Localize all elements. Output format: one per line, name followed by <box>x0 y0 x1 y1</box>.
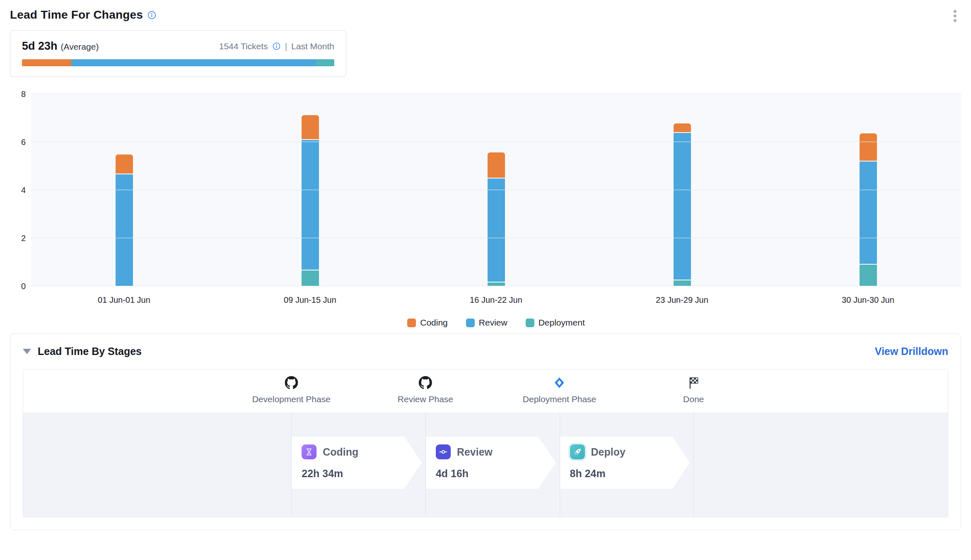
x-tick-label: 09 Jun-15 Jun <box>217 295 403 305</box>
stage-name: Deploy <box>591 446 626 458</box>
stage-duration: 8h 24m <box>570 468 690 480</box>
bar-segment-deployment[interactable] <box>860 265 877 286</box>
y-tick-label: 2 <box>10 233 26 243</box>
lead-time-chart: 02468 01 Jun-01 Jun09 Jun-15 Jun16 Jun-2… <box>10 94 961 324</box>
bar-segment-deployment[interactable] <box>674 280 691 287</box>
column-divider <box>693 413 694 517</box>
bars-layer <box>31 94 961 286</box>
stacked-bar-4[interactable] <box>674 123 691 286</box>
x-tick-label: 01 Jun-01 Jun <box>31 295 217 305</box>
summary-card: 5d 23h (Average) 1544 Tickets | Last Mon… <box>10 30 346 77</box>
bar-segment-coding[interactable] <box>116 154 133 174</box>
bar-segment-review[interactable] <box>674 133 691 280</box>
commit-icon <box>436 444 451 459</box>
hourglass-icon <box>302 444 316 459</box>
bar-segment-coding[interactable] <box>860 133 877 161</box>
widget-header: Lead Time For Changes <box>10 8 961 24</box>
bar-segment-coding[interactable] <box>674 123 691 132</box>
collapse-triangle-icon <box>23 349 31 354</box>
legend-swatch <box>526 319 534 327</box>
gridline-8 <box>31 94 961 94</box>
column-divider <box>425 413 426 517</box>
rocket-icon <box>570 444 585 459</box>
legend-swatch <box>407 319 416 327</box>
stage-card-coding[interactable]: Coding22h 34m <box>292 437 422 489</box>
page-title: Lead Time For Changes <box>10 8 143 22</box>
github-icon <box>285 376 298 389</box>
ratio-segment-coding <box>22 59 71 66</box>
stage-duration: 22h 34m <box>302 468 422 480</box>
stages-title: Lead Time By Stages <box>38 345 142 357</box>
average-label: (Average) <box>61 42 99 52</box>
gridline-0 <box>31 286 961 286</box>
legend-label: Review <box>479 318 507 328</box>
stage-name: Coding <box>323 446 358 458</box>
stage-name: Review <box>457 446 493 458</box>
phase-marker-done: Done <box>683 376 704 404</box>
bar-column <box>589 94 775 286</box>
y-tick-label: 6 <box>10 137 26 147</box>
phase-marker-development-phase: Development Phase <box>252 376 331 404</box>
period-label: Last Month <box>291 41 334 51</box>
bar-segment-review[interactable] <box>488 179 505 282</box>
y-tick-label: 4 <box>10 185 26 195</box>
tickets-count: 1544 Tickets <box>219 41 268 51</box>
separator: | <box>285 41 287 51</box>
lead-time-widget: Lead Time For Changes 5d 23h (Average) 1… <box>0 0 971 560</box>
phase-label: Review Phase <box>398 394 453 404</box>
legend-item-review[interactable]: Review <box>466 318 507 328</box>
bar-segment-coding[interactable] <box>302 115 319 139</box>
gridline-6 <box>31 142 961 142</box>
average-value: 5d 23h <box>22 40 58 53</box>
legend-swatch <box>466 319 475 327</box>
ratio-segment-review <box>71 59 316 66</box>
phase-label: Deployment Phase <box>523 394 596 404</box>
stacked-bar-1[interactable] <box>116 154 133 286</box>
x-axis-labels: 01 Jun-01 Jun09 Jun-15 Jun16 Jun-22 Jun2… <box>31 295 961 305</box>
bar-column <box>217 94 403 286</box>
bar-segment-coding[interactable] <box>488 152 505 178</box>
y-tick-label: 8 <box>10 89 26 99</box>
jira-diamond-icon <box>553 376 566 389</box>
bar-segment-review[interactable] <box>860 162 877 264</box>
stage-table: Development PhaseReview PhaseDeployment … <box>23 369 948 517</box>
stage-card-deploy[interactable]: Deploy8h 24m <box>560 437 690 489</box>
ratio-bar <box>22 59 334 66</box>
bar-segment-review[interactable] <box>116 174 133 286</box>
stacked-bar-5[interactable] <box>860 133 877 286</box>
legend-label: Deployment <box>539 318 585 328</box>
column-divider <box>560 413 560 517</box>
stacked-bar-2[interactable] <box>302 115 319 286</box>
bar-segment-review[interactable] <box>302 140 319 270</box>
gridline-2 <box>31 238 961 238</box>
stages-collapse-toggle[interactable]: Lead Time By Stages <box>23 345 142 357</box>
x-tick-label: 16 Jun-22 Jun <box>403 295 589 305</box>
gridline-4 <box>31 190 961 190</box>
phase-marker-deployment-phase: Deployment Phase <box>523 376 596 404</box>
tickets-info-icon[interactable] <box>272 42 281 51</box>
github-icon <box>419 376 432 389</box>
kebab-menu-icon[interactable] <box>949 8 961 24</box>
column-divider <box>291 413 292 517</box>
y-axis: 02468 <box>10 94 28 286</box>
title-info-icon[interactable] <box>147 10 157 20</box>
view-drilldown-link[interactable]: View Drilldown <box>875 345 948 357</box>
phase-label: Development Phase <box>252 394 331 404</box>
legend-item-deployment[interactable]: Deployment <box>526 318 585 328</box>
bar-column <box>775 94 961 286</box>
x-tick-label: 30 Jun-30 Jun <box>775 295 961 305</box>
phase-marker-review-phase: Review Phase <box>398 376 453 404</box>
stage-card-review[interactable]: Review4d 16h <box>426 437 556 489</box>
x-tick-label: 23 Jun-29 Jun <box>589 295 775 305</box>
chart-plot <box>31 94 961 286</box>
stage-duration: 4d 16h <box>436 468 556 480</box>
legend-item-coding[interactable]: Coding <box>407 318 448 328</box>
phase-header-row: Development PhaseReview PhaseDeployment … <box>23 369 948 413</box>
bar-segment-deployment[interactable] <box>302 270 319 286</box>
bar-column <box>31 94 217 286</box>
stage-body: Coding22h 34mReview4d 16hDeploy8h 24m <box>23 413 948 517</box>
ratio-segment-deployment <box>316 59 334 66</box>
stacked-bar-3[interactable] <box>488 152 505 286</box>
checkered-flag-icon <box>687 376 700 389</box>
chart-legend: CodingReviewDeployment <box>31 318 961 328</box>
